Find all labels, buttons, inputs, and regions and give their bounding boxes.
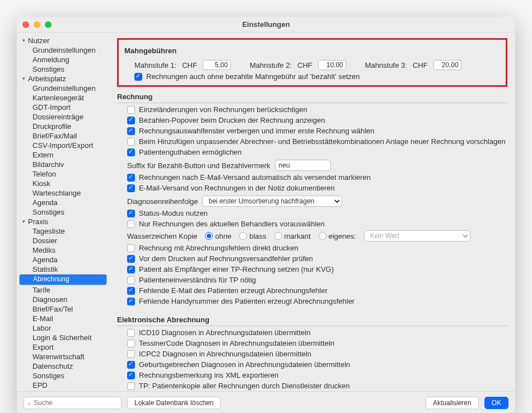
- sidebar-item-extern[interactable]: Extern: [17, 150, 109, 160]
- sidebar-item-anmeldung[interactable]: Anmeldung: [17, 55, 109, 64]
- sidebar-item-sonstiges[interactable]: Sonstiges: [17, 64, 109, 74]
- sidebar-item-brief-fax-tel[interactable]: Brief/Fax/Tel: [17, 304, 109, 314]
- wasserzeichen-row: Wasserzeichen Kopie ohneblassmarkanteige…: [127, 230, 507, 242]
- wasserzeichen-custom-select[interactable]: Kein Wert: [364, 230, 470, 242]
- wz-radio-blass[interactable]: [239, 232, 247, 240]
- sidebar-item-gdt-import[interactable]: GDT-Import: [17, 103, 109, 112]
- elektronisch-checkbox-0[interactable]: [127, 329, 135, 337]
- rechnung-checkbox-1[interactable]: [127, 117, 135, 124]
- sidebar-item-sonstiges[interactable]: Sonstiges: [17, 207, 109, 217]
- delete-local-db-button[interactable]: Lokale Datenbank löschen: [127, 397, 221, 409]
- mahnstufe3-label: Mahnstufe 3:: [365, 61, 407, 69]
- mahnstufe3-input[interactable]: [433, 60, 461, 70]
- sidebar-item-diagnosen[interactable]: Diagnosen: [17, 295, 109, 304]
- sidebar-item-agenda[interactable]: Agenda: [17, 255, 109, 264]
- rechnung-print-checkbox-3[interactable]: [127, 276, 135, 284]
- elektronisch-label-1: TessinerCode Diagnosen in Abrechnungsdat…: [139, 339, 334, 347]
- window-title: Einstellungen: [17, 20, 515, 29]
- sidebar-item-bildarchiv[interactable]: Bildarchiv: [17, 160, 109, 169]
- sidebar-item-export[interactable]: Export: [17, 342, 109, 352]
- elektronisch-checkbox-1[interactable]: [127, 340, 135, 347]
- rechnung-checkbox-4[interactable]: [127, 149, 135, 156]
- sidebar-item-mediks[interactable]: Mediks: [17, 245, 109, 255]
- rechnung-print-label-2: Patient als Empfänger einer TP-Rechnung …: [139, 265, 334, 273]
- rechnung-checkbox-3[interactable]: [127, 138, 135, 146]
- mahnstufe2-label: Mahnstufe 2:: [250, 61, 292, 69]
- sidebar-item-dossiereintr-ge[interactable]: Dossiereinträge: [17, 112, 109, 122]
- sidebar-item-grundeinstellungen[interactable]: Grundeinstellungen: [17, 83, 109, 93]
- sidebar-group[interactable]: ▾Arbeitsplatz: [17, 74, 109, 83]
- wz-radio-markant[interactable]: [274, 232, 282, 240]
- mahnstufe1-label: Mahnstufe 1:: [134, 61, 176, 69]
- search-field[interactable]: ⌕: [24, 397, 122, 409]
- rechnung-status-label-1: Nur Rechnungen des aktuellen Behandlers …: [139, 220, 325, 228]
- sidebar-group[interactable]: ▾Praxis: [17, 217, 109, 226]
- elektronisch-checkbox-4[interactable]: [127, 372, 135, 379]
- sidebar-item-kiosk[interactable]: Kiosk: [17, 179, 109, 188]
- wz-radio-ohne[interactable]: [205, 232, 213, 240]
- ok-button[interactable]: OK: [484, 397, 508, 409]
- elektronisch-label-0: ICD10 Diagnosen in Abrechnungsdateien üb…: [139, 328, 310, 337]
- section-title-mahngebuehren: Mahngebühren: [124, 47, 500, 57]
- search-input[interactable]: [34, 399, 118, 407]
- sidebar-item-grundeinstellungen[interactable]: Grundeinstellungen: [17, 45, 109, 55]
- main-pane: Mahngebühren Mahnstufe 1: CHF Mahnstufe …: [109, 33, 515, 391]
- sidebar-item-epd[interactable]: EPD: [17, 380, 109, 390]
- elektronisch-checkbox-3[interactable]: [127, 361, 135, 369]
- sidebar-item-telefon[interactable]: Telefon: [17, 169, 109, 179]
- wz-radio-eigenes[interactable]: [319, 232, 326, 240]
- rechnung-print-checkbox-5[interactable]: [127, 298, 135, 305]
- rechnung-email-label-0: Rechnungen nach E-Mail-Versand automatis…: [139, 173, 371, 182]
- elektronisch-label-4: Rechnungsbemerkung ins XML exportieren: [139, 371, 279, 379]
- rechnung-print-label-5: Fehlende Handynummer des Patienten erzeu…: [139, 297, 354, 305]
- mahnstufe1-input[interactable]: [203, 60, 231, 70]
- suffix-input[interactable]: [275, 160, 331, 171]
- sidebar-item-brief-fax-mail[interactable]: Brief/Fax/Mail: [17, 131, 109, 141]
- sidebar-item-warteschlange[interactable]: Warteschlange: [17, 188, 109, 198]
- sidebar-item-login-sicherheit[interactable]: Login & Sicherheit: [17, 333, 109, 342]
- sidebar-item-e-mail[interactable]: E-Mail: [17, 314, 109, 323]
- rechnung-print-label-0: Rechnung mit Abrechnungsfehlern direkt d…: [139, 244, 298, 252]
- chevron-down-icon: ▾: [22, 74, 28, 83]
- rechnung-print-checkbox-4[interactable]: [127, 287, 135, 295]
- diag-order-label: Diagnosenreihenfolge: [127, 197, 198, 206]
- sidebar-item-dossier[interactable]: Dossier: [17, 236, 109, 245]
- sidebar-item-druckprofile[interactable]: Druckprofile: [17, 122, 109, 131]
- sidebar-item-abrechnung[interactable]: Abrechnung: [19, 274, 107, 285]
- elektronisch-checkbox-2[interactable]: [127, 350, 135, 358]
- rechnung-checkbox-2[interactable]: [127, 127, 135, 135]
- rechnung-status-label-0: Status-Modus nutzen: [139, 209, 208, 217]
- sidebar-item-csv-import-export[interactable]: CSV-Import/Export: [17, 141, 109, 150]
- sidebar-item-datenschutz[interactable]: Datenschutz: [17, 361, 109, 371]
- rechnung-print-checkbox-2[interactable]: [127, 266, 135, 273]
- sidebar-item-sonstiges[interactable]: Sonstiges: [17, 371, 109, 380]
- settings-window: Einstellungen ▾NutzerGrundeinstellungenA…: [17, 17, 515, 413]
- rechnung-print-label-1: Vor dem Drucken auf Rechnungsversandfehl…: [139, 254, 313, 263]
- sidebar-item-warenwirtschaft[interactable]: Warenwirtschaft: [17, 352, 109, 361]
- rechnung-label-2: Rechnungsauswahlfenster verbergen und im…: [139, 127, 375, 135]
- section-title-elektronisch: Elektronische Abrechnung: [117, 313, 507, 326]
- rechnung-email-checkbox-0[interactable]: [127, 174, 135, 182]
- titlebar: Einstellungen: [17, 17, 515, 33]
- rechnung-print-checkbox-1[interactable]: [127, 255, 135, 263]
- sidebar-item-tarife[interactable]: Tarife: [17, 285, 109, 295]
- rechnung-email-checkbox-1[interactable]: [127, 184, 135, 192]
- rechnung-print-checkbox-0[interactable]: [127, 244, 135, 252]
- rechnung-status-checkbox-0[interactable]: [127, 210, 135, 217]
- rechnung-checkbox-0[interactable]: [127, 106, 135, 114]
- auto-bezahlt-checkbox[interactable]: [134, 73, 142, 81]
- diag-order-select[interactable]: bei erster Umsortierung nachfragen: [202, 196, 342, 207]
- elektronisch-checkbox-5[interactable]: [127, 382, 135, 390]
- sidebar-group[interactable]: ▾Nutzer: [17, 36, 109, 45]
- rechnung-status-checkbox-1[interactable]: [127, 220, 135, 228]
- refresh-button[interactable]: Aktualisieren: [426, 397, 479, 409]
- sidebar-item-labor[interactable]: Labor: [17, 323, 109, 333]
- sidebar: ▾NutzerGrundeinstellungenAnmeldungSonsti…: [17, 33, 109, 391]
- sidebar-item-statistik[interactable]: Statistik: [17, 264, 109, 274]
- rechnung-label-3: Beim Hinzufügen unpassender Abrechner- u…: [139, 137, 506, 146]
- sidebar-item-agenda[interactable]: Agenda: [17, 198, 109, 207]
- sidebar-item-kartenleseger-t[interactable]: Kartenlesegerät: [17, 93, 109, 103]
- suffix-label: Suffix für Bezahlt-Button und Bezahlverm…: [127, 161, 270, 170]
- sidebar-item-tagesliste[interactable]: Tagesliste: [17, 226, 109, 236]
- mahnstufe2-input[interactable]: [318, 60, 346, 70]
